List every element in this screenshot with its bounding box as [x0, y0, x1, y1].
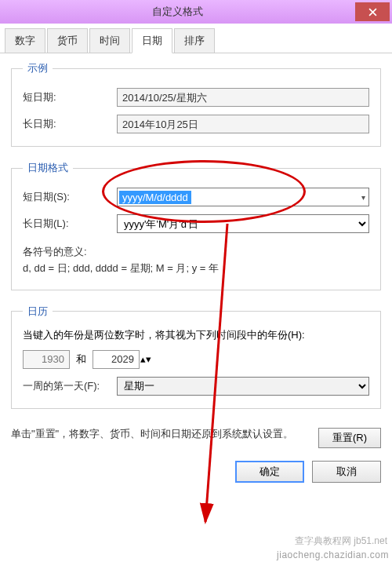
- meaning-text: d, dd = 日; ddd, dddd = 星期; M = 月; y = 年: [23, 261, 369, 277]
- tab-date[interactable]: 日期: [132, 28, 172, 53]
- tab-currency[interactable]: 货币: [47, 28, 88, 53]
- chevron-down-icon: ▾: [361, 193, 365, 202]
- short-date-format-select[interactable]: yyyy/M/d/dddd▾: [117, 188, 369, 206]
- two-digit-year-label: 当键入的年份是两位数字时，将其视为下列时间段中的年份(H):: [23, 328, 369, 342]
- tab-number[interactable]: 数字: [5, 28, 45, 53]
- example-group: 示例 短日期: 2014/10/25/星期六 长日期: 2014年10月25日: [11, 61, 381, 147]
- format-legend: 日期格式: [23, 161, 73, 175]
- short-date-example-label: 短日期:: [23, 90, 117, 104]
- cancel-button[interactable]: 取消: [312, 461, 381, 483]
- long-date-example-label: 长日期:: [23, 117, 117, 131]
- tab-time[interactable]: 时间: [89, 28, 130, 53]
- short-date-format-label: 短日期(S):: [23, 190, 117, 204]
- meaning-title: 各符号的意义:: [23, 244, 369, 261]
- spinner-icon[interactable]: ▴▾: [140, 353, 152, 365]
- year-from-input: [23, 350, 70, 369]
- long-date-format-select[interactable]: yyyy'年'M'月'd'日': [117, 214, 369, 233]
- year-to-input[interactable]: [93, 350, 140, 369]
- watermark-2: 查字典教程网 jb51.net: [295, 535, 387, 548]
- watermark-1: jiaocheng.chazidian.com: [277, 549, 389, 560]
- tab-sort[interactable]: 排序: [174, 28, 215, 53]
- calendar-legend: 日历: [23, 305, 53, 319]
- firstday-select[interactable]: 星期一: [117, 377, 369, 396]
- window-title: 自定义格式: [0, 5, 355, 19]
- reset-text: 单击"重置"，将数字、货币、时间和日期还原到系统默认设置。: [11, 426, 318, 442]
- ok-button[interactable]: 确定: [235, 461, 304, 483]
- long-date-example-value: 2014年10月25日: [117, 115, 369, 133]
- example-legend: 示例: [23, 61, 53, 75]
- long-date-format-label: 长日期(L):: [23, 217, 117, 231]
- short-date-example-value: 2014/10/25/星期六: [117, 88, 369, 107]
- tab-bar: 数字 货币 时间 日期 排序: [0, 24, 392, 53]
- format-group: 日期格式 短日期(S): yyyy/M/d/dddd▾ 长日期(L): yyyy…: [11, 161, 381, 290]
- firstday-label: 一周的第一天(F):: [23, 379, 117, 393]
- calendar-group: 日历 当键入的年份是两位数字时，将其视为下列时间段中的年份(H): 和 ▴▾ 一…: [11, 305, 381, 409]
- close-button[interactable]: [355, 2, 390, 21]
- year-and-label: 和: [76, 352, 86, 367]
- close-icon: [368, 8, 377, 16]
- reset-button[interactable]: 重置(R): [318, 428, 381, 448]
